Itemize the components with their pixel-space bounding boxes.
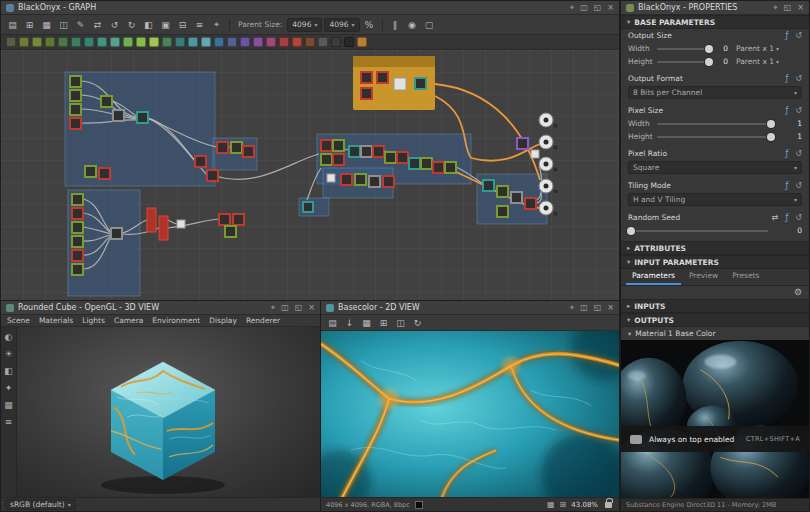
node-category-icon[interactable] [318,37,328,47]
node-category-icon[interactable] [175,37,185,47]
section-inputs[interactable]: ▸ INPUTS [621,299,809,313]
node-category-icon[interactable] [123,37,133,47]
node-category-icon[interactable] [110,37,120,47]
reset-icon[interactable]: ↺ [795,150,802,158]
gear-icon[interactable]: ⚙ [794,288,802,297]
node-graph[interactable] [1,50,617,300]
view2d-tool-icon[interactable]: ↻ [410,315,425,330]
pixel-height-value[interactable]: 1 [792,132,802,141]
graph-tool-icon[interactable]: ⌖ [209,17,224,32]
close-icon[interactable]: × [308,304,315,312]
output-height-unit-dropdown[interactable]: Parent x 1▾ [736,57,779,66]
node-category-icon[interactable] [331,37,341,47]
view3d-viewport[interactable] [17,327,320,497]
view3d-titlebar[interactable]: Rounded Cube - OpenGL - 3D VIEW ⌖ ◫ ◱ × [1,301,320,315]
output-item-base-color[interactable]: ▾ Material 1 Base Color [621,327,809,340]
menu-environment[interactable]: Environment [152,316,200,325]
output-height-value[interactable]: 0 [718,57,728,66]
node-category-icon[interactable] [357,37,367,47]
float-icon[interactable]: ◱ [784,4,792,12]
view3d-tool-icon[interactable]: ☀ [4,350,12,359]
graph-tool-icon[interactable]: ⊟ [175,17,190,32]
graph-tool-icon[interactable]: ▢ [422,17,437,32]
section-input-parameters[interactable]: ▾ INPUT PARAMETERS [621,255,809,269]
color-swatch[interactable] [415,501,423,509]
output-height-slider[interactable] [657,61,713,63]
output-width-value[interactable]: 0 [718,44,728,53]
function-icon[interactable]: ƒ [785,214,788,222]
tiling-mode-dropdown[interactable]: H and V Tiling ▾ [628,193,802,206]
view3d-tool-icon[interactable]: ≡ [5,418,13,427]
float-icon[interactable]: ◱ [295,304,303,312]
node-category-icon[interactable] [162,37,172,47]
reset-icon[interactable]: ↺ [795,214,802,222]
node-category-icon[interactable] [214,37,224,47]
notification-toast[interactable]: Always on top enabled CTRL+SHIFT+A [621,426,809,452]
node-category-icon[interactable] [253,37,263,47]
pixel-width-slider[interactable] [657,123,775,125]
node-category-icon[interactable] [97,37,107,47]
node-category-icon[interactable] [227,37,237,47]
pin-icon[interactable]: ⌖ [271,304,276,312]
menu-materials[interactable]: Materials [39,316,73,325]
float-icon[interactable]: ◱ [594,304,602,312]
grid-icon[interactable]: ▦ [547,500,555,509]
view3d-tool-icon[interactable]: ✦ [5,384,13,393]
tiles-icon[interactable]: ⊞ [560,500,567,509]
parent-size-width-dropdown[interactable]: 4096▾ [287,18,322,32]
percent-icon[interactable]: % [362,17,377,32]
restore-icon[interactable]: ◫ [281,304,289,312]
graph-tool-icon[interactable]: ◉ [405,17,420,32]
menu-lights[interactable]: Lights [82,316,105,325]
tab-preview[interactable]: Preview [683,269,724,285]
random-seed-value[interactable]: 0 [792,226,802,235]
node-category-icon[interactable] [58,37,68,47]
node-category-icon[interactable] [292,37,302,47]
view2d-canvas[interactable] [321,331,619,497]
view3d-tool-icon[interactable]: ◧ [4,367,13,376]
node-category-icon[interactable] [32,37,42,47]
reset-icon[interactable]: ↺ [795,32,802,40]
pin-icon[interactable]: ⌖ [570,4,575,12]
node-category-icon[interactable] [240,37,250,47]
graph-tool-icon[interactable]: ≡ [192,17,207,32]
view2d-tool-icon[interactable]: ◫ [393,315,408,330]
output-format-dropdown[interactable]: 8 Bits per Channel ▾ [628,86,802,99]
graph-tool-icon[interactable]: ▣ [158,17,173,32]
graph-tool-icon[interactable]: ▤ [5,17,20,32]
node-category-icon[interactable] [201,37,211,47]
pin-icon[interactable]: ⌖ [773,4,778,12]
graph-panel-titlebar[interactable]: BlackOnyx - GRAPH ⌖ ◫ ◱ × [1,1,619,15]
node-category-icon[interactable] [149,37,159,47]
node-category-icon[interactable] [136,37,146,47]
function-icon[interactable]: ƒ [785,75,788,83]
view2d-tool-icon[interactable]: ▦ [359,315,374,330]
view2d-tool-icon[interactable]: ▤ [325,315,340,330]
tab-presets[interactable]: Presets [726,269,765,285]
graph-tool-icon[interactable]: ✎ [73,17,88,32]
node-category-icon[interactable] [279,37,289,47]
colorspace-dropdown[interactable]: sRGB (default) ▾ [5,499,76,510]
section-base-parameters[interactable]: ▾ BASE PARAMETERS [621,15,809,29]
node-category-icon[interactable] [344,37,354,47]
view2d-tool-icon[interactable]: ⊞ [376,315,391,330]
menu-scene[interactable]: Scene [7,316,30,325]
restore-icon[interactable]: ◫ [580,304,588,312]
close-icon[interactable]: × [607,304,614,312]
node-category-icon[interactable] [188,37,198,47]
output-width-slider[interactable] [657,48,713,50]
close-icon[interactable]: × [797,4,804,12]
output-width-unit-dropdown[interactable]: Parent x 1▾ [736,44,779,53]
node-category-icon[interactable] [45,37,55,47]
node-category-icon[interactable] [71,37,81,47]
node-category-icon[interactable] [305,37,315,47]
pixel-width-value[interactable]: 1 [792,119,802,128]
graph-tool-icon[interactable]: ‖ [388,17,403,32]
graph-tool-icon[interactable]: ↻ [124,17,139,32]
zoom-level[interactable]: 43.08% [571,501,598,509]
section-outputs[interactable]: ▾ OUTPUTS [621,313,809,327]
function-icon[interactable]: ƒ [785,182,788,190]
menu-renderer[interactable]: Renderer [246,316,280,325]
reset-icon[interactable]: ↺ [795,182,802,190]
menu-display[interactable]: Display [209,316,237,325]
